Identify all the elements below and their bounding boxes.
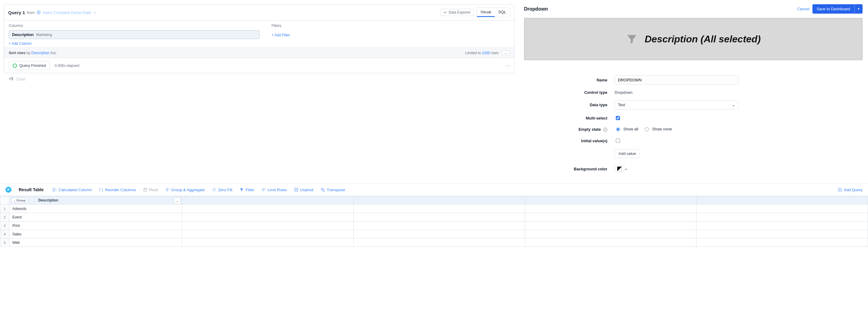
action-filter[interactable]: Filter [240, 188, 254, 192]
cell-description[interactable]: Adwords [9, 204, 182, 213]
action-limit-rows[interactable]: Limit Rows [261, 188, 287, 192]
datasource-chip[interactable]: SaaS Company Demo Data ▾ [36, 10, 96, 16]
sort-expand-button[interactable]: ⌄ [502, 50, 509, 55]
filters-label: Filters [272, 24, 290, 28]
limit-rows-icon [261, 188, 266, 192]
initial-values-checkbox[interactable] [616, 139, 620, 143]
chevron-down-icon: ⌄ [732, 103, 735, 107]
row-num-header [0, 196, 9, 204]
panel-title: Dropdown [524, 6, 548, 12]
cell-description[interactable]: Event [9, 213, 182, 221]
sort-row: Sort rows by Description Asc Limited to … [4, 48, 514, 58]
column-pill-description[interactable]: Description Marketing [9, 30, 259, 39]
view-mode-segment: Visual SQL [476, 7, 510, 17]
svg-point-2 [166, 189, 167, 190]
control-config-panel: Dropdown Cancel Save to Dashboard ▾ Desc… [518, 0, 868, 183]
empty-state-show-all[interactable]: Show all [615, 127, 638, 131]
pivot-icon [143, 188, 147, 192]
group-tag[interactable]: ⌄ Group [11, 198, 28, 203]
table-row[interactable]: 4Sales [0, 230, 868, 239]
multiselect-checkbox[interactable] [616, 116, 620, 120]
show-all-radio[interactable] [616, 128, 620, 131]
column-header-empty-1 [182, 196, 354, 204]
cell-empty [525, 230, 696, 239]
initial-values-label: Initial value(s) [524, 139, 615, 143]
result-table-title: Result Table [19, 187, 43, 192]
control-preview: Description (All selected) [524, 18, 863, 60]
tab-chart[interactable]: Chart [4, 73, 31, 85]
filters-block: Filters + Add Filter [272, 24, 290, 46]
table-row[interactable]: 2Event [0, 213, 868, 221]
zero-fill-icon [212, 188, 216, 192]
columns-label: Columns [9, 24, 259, 28]
column-header-empty-2 [353, 196, 525, 204]
collapse-button[interactable]: — [506, 63, 509, 68]
help-icon[interactable]: ? [603, 128, 607, 132]
sort-field[interactable]: Description [31, 51, 50, 55]
name-label: Name [524, 78, 615, 82]
query-card: Query 1 from SaaS Company Demo Data ▾ ↩ … [4, 4, 515, 73]
query-card-header: Query 1 from SaaS Company Demo Data ▾ ↩ … [4, 4, 514, 21]
cell-empty [353, 213, 525, 221]
cell-empty [525, 239, 696, 247]
brand-badge-icon: P [5, 187, 11, 193]
row-number: 5 [0, 239, 9, 247]
save-to-dashboard-button[interactable]: Save to Dashboard [812, 4, 855, 13]
cell-empty [182, 204, 354, 213]
columns-block: Columns Description Marketing + Add Colu… [9, 24, 259, 46]
cell-empty [696, 239, 868, 247]
column-header-empty-4 [696, 196, 868, 204]
cell-empty [182, 239, 354, 247]
cell-empty [353, 221, 525, 230]
action-transpose[interactable]: Transpose [321, 188, 345, 192]
add-value-button[interactable]: Add value [615, 149, 640, 158]
limit-prefix: Limited to [465, 51, 481, 55]
empty-state-show-none[interactable]: Show none [643, 127, 672, 131]
data-type-select[interactable]: Text ⌄ [615, 100, 738, 110]
bg-color-swatch[interactable] [615, 165, 624, 172]
column-pill-value: Marketing [36, 33, 52, 37]
show-none-radio[interactable] [645, 128, 649, 131]
column-menu-button[interactable]: ⌄ [174, 198, 181, 204]
sort-by-label: by [27, 51, 31, 55]
data-explorer-button[interactable]: ↩ Data Explorer [440, 9, 474, 16]
control-config-form: Name Control type Dropdown Data type [524, 75, 863, 172]
table-row[interactable]: 5Web [0, 239, 868, 247]
column-header-label: Description [38, 198, 58, 202]
query-elapsed: 0.006s elapsed [55, 63, 79, 68]
table-row[interactable]: 1Adwords [0, 204, 868, 213]
cell-empty [182, 213, 354, 221]
action-add-query[interactable]: Add Query [838, 188, 863, 192]
cancel-link[interactable]: Cancel [797, 7, 809, 11]
table-row[interactable]: 3Print [0, 221, 868, 230]
reorder-icon [99, 188, 103, 192]
row-number: 3 [0, 221, 9, 230]
action-calculated-column[interactable]: Calculated Column [53, 188, 92, 192]
sort-prefix: Sort rows [9, 51, 25, 55]
svg-point-4 [167, 190, 168, 191]
group-icon [165, 188, 169, 192]
empty-state-label: Empty state ? [524, 127, 615, 132]
name-input[interactable] [615, 75, 738, 85]
query-status-row: Query Finished 0.006s elapsed — [4, 58, 514, 73]
tab-sql[interactable]: SQL [495, 8, 510, 17]
cell-description[interactable]: Web [9, 239, 182, 247]
cell-description[interactable]: Sales [9, 230, 182, 239]
action-reorder-columns[interactable]: Reorder Columns [99, 188, 136, 192]
query-from-label: from [27, 10, 35, 15]
cell-description[interactable]: Print [9, 221, 182, 230]
add-filter-link[interactable]: + Add Filter [272, 33, 290, 37]
query-status-chip[interactable]: Query Finished [9, 61, 50, 70]
action-group-aggregate[interactable]: Group & Aggregate [165, 188, 205, 192]
save-dropdown-caret[interactable]: ▾ [855, 4, 863, 13]
add-column-link[interactable]: + Add Column [9, 39, 32, 46]
action-unpivot[interactable]: Unpivot [294, 188, 313, 192]
limit-value[interactable]: 1000 [482, 51, 490, 55]
svg-rect-0 [53, 188, 54, 192]
action-zero-fill[interactable]: Zero Fill [212, 188, 232, 192]
datasource-name: SaaS Company Demo Data [42, 10, 91, 15]
column-header-description[interactable]: ⌄ Group Description ⌄ [9, 196, 182, 204]
data-type-value: Text [618, 103, 625, 107]
chart-tab-label: Chart [16, 77, 25, 81]
tab-visual[interactable]: Visual [477, 8, 495, 17]
